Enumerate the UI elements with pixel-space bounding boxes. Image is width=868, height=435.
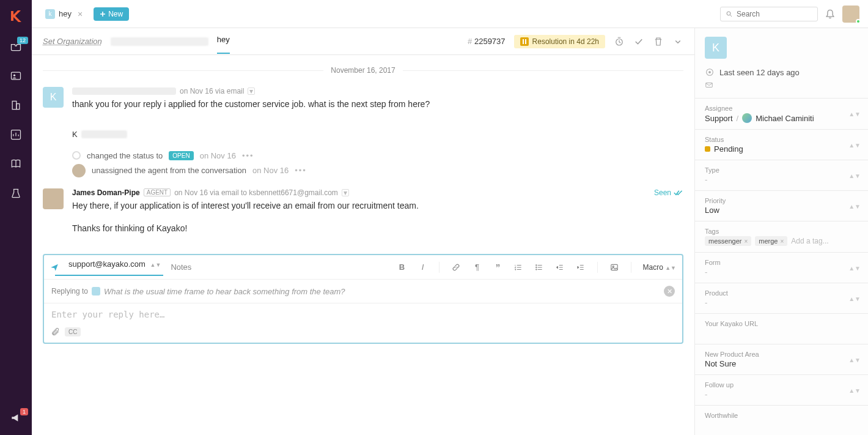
requester-name[interactable]: [111, 37, 208, 46]
product-field[interactable]: Product - ▲▼: [695, 283, 868, 313]
macro-select[interactable]: Macro ▲▼: [642, 263, 676, 272]
add-tag-input[interactable]: Add a tag...: [791, 237, 828, 245]
chevron-updown-icon: ▲▼: [848, 264, 861, 271]
pause-icon: [520, 37, 529, 46]
online-status-dot: [856, 19, 861, 24]
case-header: Set Organization hey # 2259737 Resolutio…: [32, 28, 694, 55]
svg-point-15: [709, 72, 711, 73]
user-card-icon[interactable]: [10, 70, 22, 82]
search-input[interactable]: [737, 10, 804, 18]
event-more-icon[interactable]: •••: [295, 166, 307, 175]
new-product-area-field[interactable]: New Product Area Not Sure ▲▼: [695, 344, 868, 374]
event-avatar: [72, 164, 86, 177]
type-field[interactable]: Type - ▲▼: [695, 160, 868, 190]
event-dot-icon: [72, 151, 81, 160]
chevron-updown-icon: ▲▼: [848, 111, 861, 117]
bold-icon[interactable]: B: [396, 262, 407, 273]
announcements-badge: 1: [20, 408, 28, 415]
indent-icon[interactable]: [575, 262, 586, 273]
close-icon[interactable]: ×: [78, 9, 83, 19]
signature: K: [72, 130, 683, 139]
chevron-updown-icon: ▲▼: [848, 295, 861, 302]
new-button[interactable]: New: [94, 7, 129, 21]
replying-to-quote: What is the usual time frame to hear bac…: [104, 287, 345, 296]
replying-to-bar: Replying to What is the usual time frame…: [44, 280, 682, 303]
tag-remove-icon[interactable]: ×: [744, 238, 748, 245]
form-field[interactable]: Form - ▲▼: [695, 252, 868, 283]
svg-rect-16: [706, 83, 713, 87]
worthwhile-field[interactable]: Worthwhile: [695, 405, 868, 426]
cc-button[interactable]: CC: [65, 327, 81, 336]
customer-name-redacted: [72, 87, 176, 95]
trash-icon[interactable]: [653, 36, 664, 47]
replying-to-avatar: [92, 287, 100, 296]
list-ordered-icon[interactable]: [513, 262, 524, 273]
customer-message: K on Nov 16 via email ▾ thank you for yo…: [43, 87, 683, 139]
requester-avatar-large[interactable]: K: [705, 37, 727, 59]
right-panel: K Last seen 12 days ago Assignee Support…: [694, 28, 868, 435]
replying-to-label: Replying to: [51, 287, 88, 296]
italic-icon[interactable]: I: [417, 262, 428, 273]
chevron-down-icon[interactable]: ▾: [342, 189, 349, 196]
email-icon[interactable]: [705, 81, 858, 89]
from-channel-select[interactable]: support@kayako.com ▲▼: [68, 259, 161, 275]
reminder-clock-icon[interactable]: [614, 36, 625, 47]
sla-badge[interactable]: Resolution in 4d 22h: [514, 35, 605, 48]
user-avatar[interactable]: [842, 6, 859, 23]
conversation-tab[interactable]: k hey ×: [40, 7, 87, 21]
set-organization-link[interactable]: Set Organization: [43, 37, 102, 46]
case-subject[interactable]: hey: [217, 35, 230, 48]
agent-avatar[interactable]: [43, 188, 64, 209]
attach-icon[interactable]: [51, 328, 60, 336]
image-icon[interactable]: [609, 262, 620, 273]
tag-pill[interactable]: messenger×: [705, 236, 751, 246]
priority-field[interactable]: Priority Low ▲▼: [695, 190, 868, 221]
insights-chart-icon[interactable]: [10, 128, 22, 141]
kayako-url-field[interactable]: Your Kayako URL: [695, 313, 868, 344]
chevron-updown-icon: ▲▼: [848, 203, 861, 209]
reply-composer: support@kayako.com ▲▼ Notes B I ¶ ” Macr…: [43, 254, 683, 344]
paragraph-icon[interactable]: ¶: [471, 262, 482, 273]
svg-point-11: [536, 269, 537, 269]
case-id: # 2259737: [468, 37, 505, 46]
reply-textarea[interactable]: [51, 310, 675, 319]
message-meta: on Nov 16 via email: [180, 87, 244, 95]
helpcenter-book-icon[interactable]: [10, 158, 22, 170]
org-building-icon[interactable]: [10, 99, 22, 111]
svg-point-1: [13, 75, 15, 76]
quote-icon[interactable]: ”: [492, 262, 503, 273]
event-more-icon[interactable]: •••: [242, 151, 254, 160]
assignee-field[interactable]: Assignee Support / Michael Caminiti ▲▼: [695, 98, 868, 129]
notes-tab[interactable]: Notes: [171, 262, 191, 272]
svg-rect-3: [17, 104, 20, 110]
inbox-icon[interactable]: 12: [10, 40, 22, 53]
agent-name: James Doman-Pipe: [72, 188, 140, 197]
app-logo[interactable]: [9, 9, 23, 23]
timeline-event: changed the status to OPEN on Nov 16 •••: [72, 151, 683, 160]
link-icon[interactable]: [451, 262, 462, 273]
labs-icon[interactable]: [10, 187, 22, 199]
assignee-avatar: [742, 113, 752, 123]
svg-rect-6: [523, 39, 524, 44]
search-box[interactable]: [720, 7, 818, 21]
announcements-megaphone-icon[interactable]: 1: [10, 412, 22, 424]
list-unordered-icon[interactable]: [534, 262, 545, 273]
notifications-bell-icon[interactable]: [824, 8, 836, 20]
last-seen: Last seen 12 days ago: [705, 67, 858, 77]
remove-replyto-icon[interactable]: ✕: [664, 286, 675, 297]
agent-message: James Doman-Pipe AGENT on Nov 16 via ema…: [43, 188, 683, 236]
tag-remove-icon[interactable]: ×: [780, 238, 784, 245]
customer-avatar[interactable]: K: [43, 87, 64, 108]
status-field[interactable]: Status Pending ▲▼: [695, 129, 868, 160]
message-meta: on Nov 16 via email to ksbennett6671@gma…: [174, 188, 338, 197]
complete-check-icon[interactable]: [633, 36, 644, 47]
followup-field[interactable]: Follow up - ▲▼: [695, 374, 868, 405]
tag-pill[interactable]: merge×: [755, 236, 787, 246]
sla-text: Resolution in 4d 22h: [532, 37, 599, 46]
chevron-down-icon[interactable]: ▾: [248, 87, 255, 95]
svg-point-5: [727, 12, 730, 15]
tags-field[interactable]: Tags messenger× merge× Add a tag...: [695, 221, 868, 252]
more-chevron-down-icon[interactable]: [672, 36, 683, 47]
outdent-icon[interactable]: [554, 262, 565, 273]
message-body: Hey there, if your application is of int…: [72, 199, 683, 236]
